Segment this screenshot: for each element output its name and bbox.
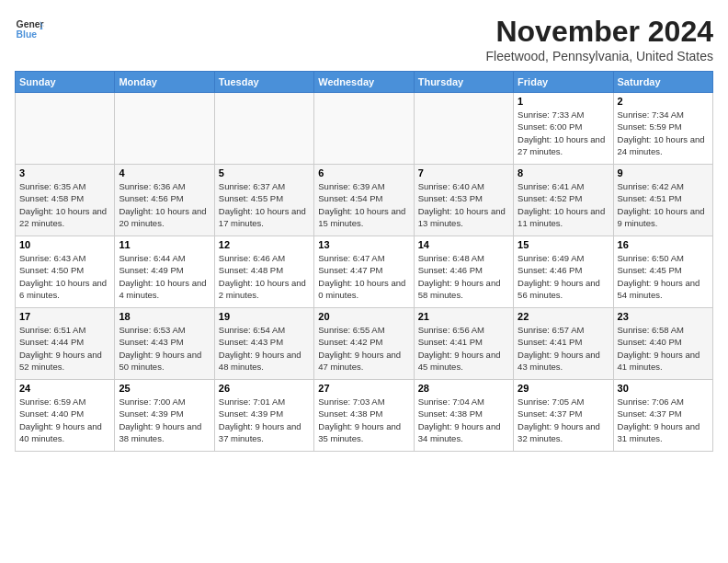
day-number: 7	[418, 167, 509, 178]
day-number: 20	[318, 311, 409, 322]
day-number: 12	[219, 239, 310, 250]
day-number: 17	[19, 311, 110, 322]
calendar-cell: 29Sunrise: 7:05 AMSunset: 4:37 PMDayligh…	[514, 380, 613, 452]
day-number: 13	[318, 239, 409, 250]
calendar-cell: 21Sunrise: 6:56 AMSunset: 4:41 PMDayligh…	[414, 308, 513, 380]
week-row-5: 24Sunrise: 6:59 AMSunset: 4:40 PMDayligh…	[16, 380, 713, 452]
day-detail: Sunrise: 7:05 AMSunset: 4:37 PMDaylight:…	[518, 396, 609, 444]
calendar-cell: 7Sunrise: 6:40 AMSunset: 4:53 PMDaylight…	[414, 165, 513, 236]
calendar-cell: 17Sunrise: 6:51 AMSunset: 4:44 PMDayligh…	[16, 308, 115, 380]
calendar-cell: 11Sunrise: 6:44 AMSunset: 4:49 PMDayligh…	[115, 236, 214, 308]
day-detail: Sunrise: 6:47 AMSunset: 4:47 PMDaylight:…	[318, 252, 409, 301]
title-block: November 2024 Fleetwood, Pennsylvania, U…	[486, 15, 713, 63]
day-detail: Sunrise: 6:37 AMSunset: 4:55 PMDaylight:…	[219, 180, 310, 229]
calendar-cell: 10Sunrise: 6:43 AMSunset: 4:50 PMDayligh…	[16, 236, 115, 308]
day-detail: Sunrise: 7:01 AMSunset: 4:39 PMDaylight:…	[219, 396, 310, 444]
page-title: November 2024	[486, 15, 713, 49]
day-detail: Sunrise: 6:56 AMSunset: 4:41 PMDaylight:…	[418, 324, 509, 373]
logo-icon: General Blue	[15, 15, 44, 44]
day-number: 8	[518, 167, 609, 178]
day-number: 2	[618, 96, 709, 107]
calendar-cell: 1Sunrise: 7:33 AMSunset: 6:00 PMDaylight…	[514, 93, 613, 165]
day-number: 27	[318, 383, 409, 394]
calendar-cell: 15Sunrise: 6:49 AMSunset: 4:46 PMDayligh…	[514, 236, 613, 308]
calendar-cell: 6Sunrise: 6:39 AMSunset: 4:54 PMDaylight…	[314, 165, 414, 236]
calendar-cell	[214, 93, 313, 165]
day-number: 18	[119, 311, 210, 322]
calendar-cell: 20Sunrise: 6:55 AMSunset: 4:42 PMDayligh…	[314, 308, 414, 380]
calendar-cell: 27Sunrise: 7:03 AMSunset: 4:38 PMDayligh…	[314, 380, 414, 452]
calendar-cell: 23Sunrise: 6:58 AMSunset: 4:40 PMDayligh…	[613, 308, 712, 380]
day-number: 22	[518, 311, 609, 322]
day-detail: Sunrise: 7:06 AMSunset: 4:37 PMDaylight:…	[618, 396, 709, 444]
calendar-cell: 13Sunrise: 6:47 AMSunset: 4:47 PMDayligh…	[314, 236, 414, 308]
page-header: General Blue November 2024 Fleetwood, Pe…	[15, 15, 713, 63]
day-detail: Sunrise: 6:50 AMSunset: 4:45 PMDaylight:…	[618, 252, 709, 301]
day-number: 3	[19, 167, 110, 178]
day-number: 26	[219, 383, 310, 394]
day-detail: Sunrise: 6:40 AMSunset: 4:53 PMDaylight:…	[418, 180, 509, 229]
calendar-cell: 8Sunrise: 6:41 AMSunset: 4:52 PMDaylight…	[514, 165, 613, 236]
header-day-tuesday: Tuesday	[214, 72, 313, 93]
calendar-cell: 4Sunrise: 6:36 AMSunset: 4:56 PMDaylight…	[115, 165, 214, 236]
day-number: 10	[19, 239, 110, 250]
day-number: 6	[318, 167, 409, 178]
day-number: 15	[518, 239, 609, 250]
calendar-cell: 24Sunrise: 6:59 AMSunset: 4:40 PMDayligh…	[16, 380, 115, 452]
day-detail: Sunrise: 6:59 AMSunset: 4:40 PMDaylight:…	[19, 396, 110, 444]
week-row-3: 10Sunrise: 6:43 AMSunset: 4:50 PMDayligh…	[16, 236, 713, 308]
day-detail: Sunrise: 6:57 AMSunset: 4:41 PMDaylight:…	[518, 324, 609, 373]
day-detail: Sunrise: 6:49 AMSunset: 4:46 PMDaylight:…	[518, 252, 609, 301]
day-number: 16	[618, 239, 709, 250]
calendar-table: SundayMondayTuesdayWednesdayThursdayFrid…	[15, 71, 713, 452]
calendar-cell: 3Sunrise: 6:35 AMSunset: 4:58 PMDaylight…	[16, 165, 115, 236]
day-detail: Sunrise: 6:55 AMSunset: 4:42 PMDaylight:…	[318, 324, 409, 373]
header-day-thursday: Thursday	[414, 72, 513, 93]
calendar-cell: 14Sunrise: 6:48 AMSunset: 4:46 PMDayligh…	[414, 236, 513, 308]
day-number: 9	[618, 167, 709, 178]
day-detail: Sunrise: 7:00 AMSunset: 4:39 PMDaylight:…	[119, 396, 210, 444]
day-number: 29	[518, 383, 609, 394]
day-detail: Sunrise: 7:33 AMSunset: 6:00 PMDaylight:…	[518, 109, 609, 157]
day-detail: Sunrise: 7:34 AMSunset: 5:59 PMDaylight:…	[618, 109, 709, 157]
svg-text:Blue: Blue	[17, 29, 38, 40]
day-number: 4	[119, 167, 210, 178]
day-detail: Sunrise: 6:51 AMSunset: 4:44 PMDaylight:…	[19, 324, 110, 373]
calendar-cell: 5Sunrise: 6:37 AMSunset: 4:55 PMDaylight…	[214, 165, 313, 236]
day-number: 23	[618, 311, 709, 322]
calendar-cell: 16Sunrise: 6:50 AMSunset: 4:45 PMDayligh…	[613, 236, 712, 308]
week-row-4: 17Sunrise: 6:51 AMSunset: 4:44 PMDayligh…	[16, 308, 713, 380]
calendar-cell: 2Sunrise: 7:34 AMSunset: 5:59 PMDaylight…	[613, 93, 712, 165]
day-number: 28	[418, 383, 509, 394]
header-day-monday: Monday	[115, 72, 214, 93]
calendar-cell	[16, 93, 115, 165]
day-detail: Sunrise: 6:35 AMSunset: 4:58 PMDaylight:…	[19, 180, 110, 229]
week-row-2: 3Sunrise: 6:35 AMSunset: 4:58 PMDaylight…	[16, 165, 713, 236]
calendar-cell: 25Sunrise: 7:00 AMSunset: 4:39 PMDayligh…	[115, 380, 214, 452]
day-detail: Sunrise: 6:54 AMSunset: 4:43 PMDaylight:…	[219, 324, 310, 373]
day-detail: Sunrise: 6:43 AMSunset: 4:50 PMDaylight:…	[19, 252, 110, 301]
day-number: 25	[119, 383, 210, 394]
calendar-cell	[115, 93, 214, 165]
day-detail: Sunrise: 6:48 AMSunset: 4:46 PMDaylight:…	[418, 252, 509, 301]
day-number: 24	[19, 383, 110, 394]
header-day-friday: Friday	[514, 72, 613, 93]
header-day-wednesday: Wednesday	[314, 72, 414, 93]
header-row: SundayMondayTuesdayWednesdayThursdayFrid…	[16, 72, 713, 93]
day-detail: Sunrise: 6:42 AMSunset: 4:51 PMDaylight:…	[618, 180, 709, 229]
calendar-cell: 28Sunrise: 7:04 AMSunset: 4:38 PMDayligh…	[414, 380, 513, 452]
calendar-cell	[414, 93, 513, 165]
day-number: 11	[119, 239, 210, 250]
header-day-sunday: Sunday	[16, 72, 115, 93]
calendar-cell: 9Sunrise: 6:42 AMSunset: 4:51 PMDaylight…	[613, 165, 712, 236]
logo: General Blue	[15, 15, 44, 44]
day-detail: Sunrise: 6:53 AMSunset: 4:43 PMDaylight:…	[119, 324, 210, 373]
day-detail: Sunrise: 7:03 AMSunset: 4:38 PMDaylight:…	[318, 396, 409, 444]
calendar-cell: 30Sunrise: 7:06 AMSunset: 4:37 PMDayligh…	[613, 380, 712, 452]
calendar-cell: 12Sunrise: 6:46 AMSunset: 4:48 PMDayligh…	[214, 236, 313, 308]
day-number: 21	[418, 311, 509, 322]
calendar-cell: 22Sunrise: 6:57 AMSunset: 4:41 PMDayligh…	[514, 308, 613, 380]
day-number: 1	[518, 96, 609, 107]
day-detail: Sunrise: 6:46 AMSunset: 4:48 PMDaylight:…	[219, 252, 310, 301]
day-number: 19	[219, 311, 310, 322]
